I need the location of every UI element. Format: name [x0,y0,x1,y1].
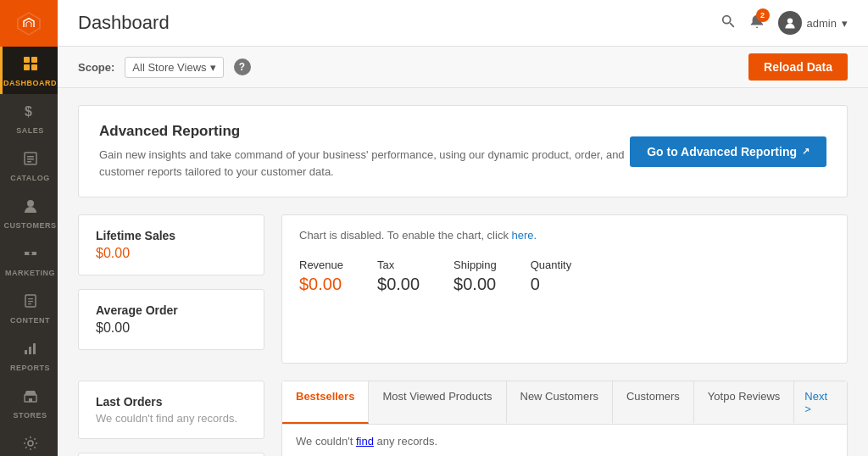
sidebar-item-label-catalog: CATALOG [10,174,50,182]
sidebar-logo [0,0,58,47]
lifetime-sales-block: Lifetime Sales $0.00 [78,214,264,275]
last-search-block: Last Search Terms [78,453,264,456]
tabs-header: Bestsellers Most Viewed Products New Cus… [282,381,847,425]
svg-rect-8 [27,161,31,163]
dashboard-icon [22,55,39,76]
chart-notice: Chart is disabled. To enable the chart, … [299,229,830,242]
sidebar-item-label-marketing: MARKETING [5,269,55,277]
sidebar: DASHBOARD $ SALES CATALOG CUSTOME [0,0,58,456]
reload-data-button[interactable]: Reload Data [748,53,848,81]
svg-rect-2 [24,64,30,70]
svg-rect-7 [27,158,34,160]
sales-icon: $ [22,103,39,124]
sidebar-item-reports[interactable]: REPORTS [0,331,58,379]
tab-bestsellers[interactable]: Bestsellers [282,381,369,424]
help-icon[interactable]: ? [234,58,251,75]
ar-text: Advanced Reporting Gain new insights and… [99,123,630,180]
chart-enable-link[interactable]: here. [512,229,537,242]
svg-rect-16 [29,347,31,354]
sidebar-item-stores[interactable]: STORES [0,379,58,426]
svg-rect-12 [28,298,33,299]
dropdown-icon: ▾ [210,61,216,74]
lifetime-sales-value: $0.00 [96,246,247,261]
top-header: Dashboard 2 [58,0,868,47]
admin-label: admin [807,17,837,30]
metric-shipping-value: $0.00 [453,275,497,294]
svg-rect-3 [31,64,37,70]
sidebar-item-marketing[interactable]: MARKETING [0,236,58,284]
svg-rect-13 [28,301,33,302]
customers-icon [22,197,39,219]
header-actions: 2 admin ▾ [721,11,848,35]
svg-rect-0 [24,57,30,63]
sidebar-item-system[interactable]: SYSTEM [0,426,58,456]
svg-point-21 [722,15,730,23]
sidebar-item-catalog[interactable]: CATALOG [0,142,58,189]
tabs-find-link[interactable]: find [356,435,374,448]
metric-revenue-value: $0.00 [299,275,343,294]
metric-tax: Tax $0.00 [377,259,420,294]
tab-next-button[interactable]: Next > [794,381,847,424]
metric-quantity-value: 0 [531,275,571,294]
search-icon[interactable] [721,14,736,33]
marketing-icon [22,245,39,266]
go-to-advanced-reporting-button[interactable]: Go to Advanced Reporting ↗ [630,136,826,167]
sidebar-item-label-sales: SALES [16,126,44,135]
ar-title: Advanced Reporting [99,123,630,140]
svg-rect-15 [25,350,27,354]
metric-quantity: Quantity 0 [531,259,571,294]
admin-dropdown-icon: ▾ [842,17,848,30]
svg-rect-6 [27,156,34,158]
metric-revenue: Revenue $0.00 [299,259,343,294]
notification-badge: 2 [756,8,770,22]
main-content: Dashboard 2 [58,0,868,456]
reports-icon [22,340,39,361]
sidebar-item-content[interactable]: CONTENT [0,284,58,331]
external-link-icon: ↗ [802,146,810,157]
metric-revenue-label: Revenue [299,259,343,271]
svg-point-10 [29,252,32,255]
admin-user[interactable]: admin ▾ [778,11,848,35]
content-area: Advanced Reporting Gain new insights and… [58,88,868,456]
sidebar-item-label-reports: REPORTS [10,364,50,372]
sidebar-item-label-dashboard: DASHBOARD [3,79,57,87]
tabs-content: We couldn't find any records. [282,425,847,456]
svg-point-22 [787,18,792,23]
last-orders-empty: We couldn't find any records. [96,412,247,425]
stats-section: Lifetime Sales $0.00 Average Order $0.00… [78,214,848,364]
left-stats: Lifetime Sales $0.00 Average Order $0.00 [78,214,264,364]
average-order-label: Average Order [96,303,247,317]
svg-point-20 [28,441,33,446]
notification-bell[interactable]: 2 [749,14,765,33]
svg-rect-17 [33,343,36,354]
scope-bar: Scope: All Store Views ▾ ? Reload Data [58,47,868,88]
page-title: Dashboard [78,12,170,34]
catalog-icon [22,150,39,171]
metric-tax-label: Tax [377,259,420,271]
last-orders-label: Last Orders [96,395,247,409]
scope-label: Scope: [78,61,114,74]
sidebar-item-sales[interactable]: $ SALES [0,94,58,142]
advanced-reporting-section: Advanced Reporting Gain new insights and… [78,105,848,197]
metric-tax-value: $0.00 [377,275,420,294]
sidebar-item-dashboard[interactable]: DASHBOARD [0,47,58,94]
ar-description: Gain new insights and take command of yo… [99,147,630,180]
tab-yotpo[interactable]: Yotpo Reviews [694,381,795,424]
stores-icon [22,387,39,409]
average-order-block: Average Order $0.00 [78,289,264,350]
scope-select[interactable]: All Store Views ▾ [125,57,223,78]
tab-most-viewed[interactable]: Most Viewed Products [369,381,506,424]
sidebar-item-label-customers: CUSTOMERS [4,221,57,230]
tab-new-customers[interactable]: New Customers [507,381,613,424]
last-orders-block: Last Orders We couldn't find any records… [78,381,264,439]
metric-shipping-label: Shipping [453,259,497,271]
svg-rect-19 [29,398,32,402]
sidebar-item-label-stores: STORES [14,411,47,420]
tab-customers[interactable]: Customers [613,381,694,424]
chart-area: Chart is disabled. To enable the chart, … [281,214,848,364]
svg-rect-1 [31,57,37,63]
metrics-row: Revenue $0.00 Tax $0.00 Shipping $0.00 Q… [299,259,830,294]
system-icon [22,435,39,456]
sidebar-item-customers[interactable]: CUSTOMERS [0,189,58,236]
bottom-section: Last Orders We couldn't find any records… [78,381,848,456]
